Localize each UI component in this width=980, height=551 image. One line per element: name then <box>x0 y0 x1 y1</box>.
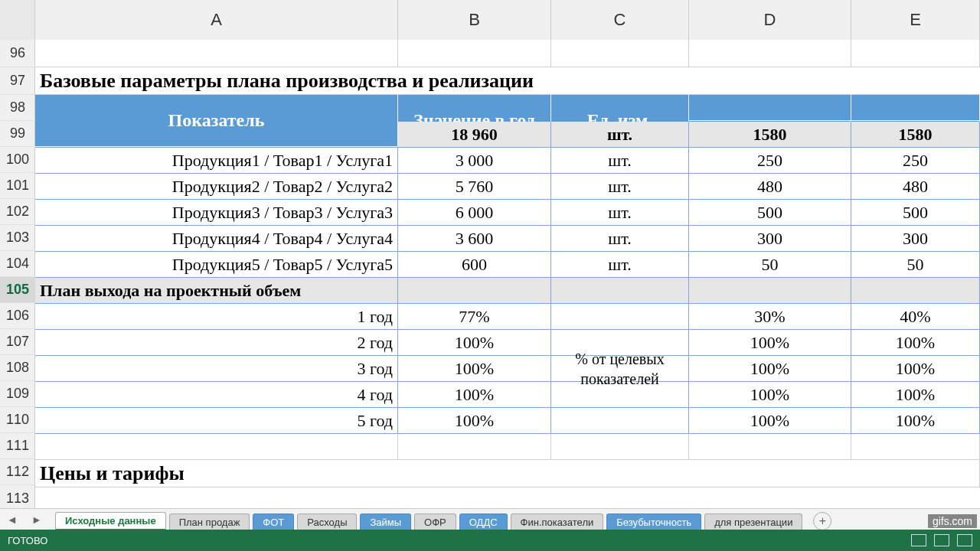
cell[interactable] <box>851 434 980 459</box>
year-e[interactable]: 40% <box>851 304 980 329</box>
row-header[interactable]: 111 <box>0 433 35 459</box>
plan-header[interactable]: План выхода на проектный объем <box>35 278 398 303</box>
cell[interactable] <box>398 434 551 459</box>
product-label[interactable]: Продукция4 / Товар4 / Услуга4 <box>35 226 398 251</box>
header-blank-e[interactable] <box>851 95 980 121</box>
year-label[interactable]: 4 год <box>35 382 398 407</box>
row-header[interactable]: 106 <box>0 303 35 329</box>
row-header[interactable]: 108 <box>0 355 35 381</box>
product-m2[interactable]: 300 <box>851 226 980 251</box>
product-m2[interactable]: 480 <box>851 174 980 199</box>
prices-title[interactable]: Цены и тарифы <box>35 460 980 487</box>
cell[interactable] <box>851 278 980 303</box>
row-header[interactable]: 112 <box>0 459 35 485</box>
year-label[interactable]: 2 год <box>35 330 398 355</box>
cell[interactable] <box>398 278 551 303</box>
cell[interactable] <box>35 40 398 67</box>
product-m2[interactable]: 500 <box>851 200 980 225</box>
year-d[interactable]: 100% <box>689 356 851 381</box>
year-e[interactable]: 100% <box>851 382 980 407</box>
year-b[interactable]: 100% <box>398 382 551 407</box>
year-e[interactable]: 100% <box>851 330 980 355</box>
sheet-tab[interactable]: Безубыточность <box>606 514 701 530</box>
product-label[interactable]: Продукция2 / Товар2 / Услуга2 <box>35 174 398 199</box>
year-label[interactable]: 5 год <box>35 408 398 433</box>
cell[interactable] <box>551 40 689 67</box>
sheet-tab[interactable]: Исходные данные <box>55 512 166 530</box>
target-unit[interactable]: шт. <box>551 122 689 147</box>
row-header[interactable]: 97 <box>0 67 35 95</box>
year-b[interactable]: 100% <box>398 356 551 381</box>
col-header-A[interactable]: A <box>35 0 398 40</box>
add-sheet-icon[interactable]: + <box>813 512 831 530</box>
product-m1[interactable]: 50 <box>689 252 851 277</box>
cell[interactable] <box>689 434 851 459</box>
target-value[interactable]: 18 960 <box>398 122 551 147</box>
product-label[interactable]: Продукция3 / Товар3 / Услуга3 <box>35 200 398 225</box>
product-m2[interactable]: 50 <box>851 252 980 277</box>
col-header-B[interactable]: B <box>398 0 551 40</box>
cell[interactable] <box>35 434 398 459</box>
product-m1[interactable]: 250 <box>689 148 851 173</box>
product-m1[interactable]: 480 <box>689 174 851 199</box>
product-value[interactable]: 5 760 <box>398 174 551 199</box>
year-e[interactable]: 100% <box>851 408 980 433</box>
year-d[interactable]: 100% <box>689 408 851 433</box>
row-header[interactable]: 104 <box>0 251 35 277</box>
product-m2[interactable]: 250 <box>851 148 980 173</box>
row-header[interactable]: 99 <box>0 121 35 147</box>
cell[interactable] <box>398 40 551 67</box>
view-normal-icon[interactable] <box>911 534 926 546</box>
header-blank-d[interactable] <box>689 95 851 121</box>
target-m1[interactable]: 1580 <box>689 122 851 147</box>
row-header[interactable]: 110 <box>0 407 35 433</box>
year-label[interactable]: 1 год <box>35 304 398 329</box>
tabs-prev-icon[interactable]: ◄ <box>0 509 24 530</box>
year-b[interactable]: 100% <box>398 330 551 355</box>
year-d[interactable]: 100% <box>689 382 851 407</box>
header-indicator[interactable]: Показатель <box>35 95 398 147</box>
year-label[interactable]: 3 год <box>35 356 398 381</box>
sheet-tab[interactable]: ОДДС <box>459 514 508 530</box>
product-unit[interactable]: шт. <box>551 200 689 225</box>
year-d[interactable]: 100% <box>689 330 851 355</box>
year-b[interactable]: 100% <box>398 408 551 433</box>
product-value[interactable]: 600 <box>398 252 551 277</box>
product-unit[interactable]: шт. <box>551 174 689 199</box>
view-pagebreak-icon[interactable] <box>957 534 972 546</box>
product-label[interactable]: Продукция5 / Товар5 / Услуга5 <box>35 252 398 277</box>
row-header[interactable]: 96 <box>0 40 35 67</box>
product-m1[interactable]: 300 <box>689 226 851 251</box>
year-d[interactable]: 30% <box>689 304 851 329</box>
cell[interactable] <box>551 434 689 459</box>
section-title[interactable]: Базовые параметры плана производства и р… <box>35 67 980 94</box>
year-e[interactable]: 100% <box>851 356 980 381</box>
select-all-corner[interactable] <box>0 0 35 40</box>
view-layout-icon[interactable] <box>934 534 949 546</box>
tabs-next-icon[interactable]: ► <box>24 509 49 530</box>
row-header[interactable]: 109 <box>0 381 35 407</box>
product-value[interactable]: 6 000 <box>398 200 551 225</box>
row-header[interactable]: 100 <box>0 147 35 173</box>
col-header-C[interactable]: C <box>551 0 689 40</box>
sheet-tab[interactable]: Расходы <box>297 514 357 530</box>
col-header-D[interactable]: D <box>689 0 851 40</box>
product-unit[interactable]: шт. <box>551 148 689 173</box>
cell[interactable] <box>689 278 851 303</box>
row-header[interactable]: 101 <box>0 173 35 199</box>
target-m2[interactable]: 1580 <box>851 122 980 147</box>
sheet-tab[interactable]: Займы <box>360 514 411 530</box>
row-header[interactable]: 107 <box>0 329 35 355</box>
col-header-E[interactable]: E <box>851 0 980 40</box>
sheet-tab[interactable]: для презентации <box>704 514 802 530</box>
product-label[interactable]: Продукция1 / Товар1 / Услуга1 <box>35 148 398 173</box>
cell[interactable] <box>551 278 689 303</box>
sheet-tab[interactable]: ФОТ <box>253 514 294 530</box>
cell[interactable] <box>851 40 980 67</box>
row-header-selected[interactable]: 105 <box>0 277 35 303</box>
row-header[interactable]: 103 <box>0 225 35 251</box>
row-header[interactable]: 98 <box>0 95 35 121</box>
product-value[interactable]: 3 600 <box>398 226 551 251</box>
sheet-tab[interactable]: План продаж <box>169 514 250 530</box>
merged-percent-label[interactable]: % от целевых показателей <box>551 304 689 434</box>
